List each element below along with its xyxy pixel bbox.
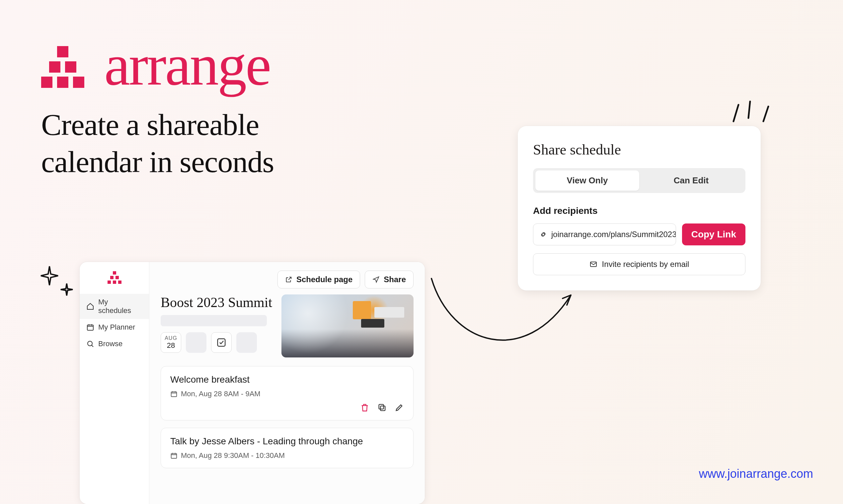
sidebar-item-browse[interactable]: Browse xyxy=(80,336,149,352)
check-chip[interactable] xyxy=(211,332,232,353)
pencil-icon xyxy=(395,403,404,412)
date-chip-day: 28 xyxy=(167,341,175,350)
sidebar-logo-icon[interactable] xyxy=(107,271,121,285)
home-icon xyxy=(86,302,94,310)
link-icon xyxy=(539,231,547,238)
placeholder xyxy=(161,315,267,326)
view-only-tab[interactable]: View Only xyxy=(535,170,639,191)
sidebar-item-label: My Planner xyxy=(98,323,135,331)
share-url: joinarrange.com/plans/Summit2023 xyxy=(551,230,676,239)
schedule-title: Boost 2023 Summit xyxy=(161,294,274,310)
schedule-thumbnail xyxy=(281,294,414,357)
calendar-icon xyxy=(86,323,94,331)
sparkle-icon xyxy=(36,262,80,305)
svg-rect-5 xyxy=(379,404,384,409)
svg-rect-2 xyxy=(218,339,225,346)
sidebar-item-my-planner[interactable]: My Planner xyxy=(80,319,149,336)
event-title: Welcome breakfast xyxy=(170,374,404,385)
sidebar-item-my-schedules[interactable]: My schedules xyxy=(80,294,149,319)
svg-rect-3 xyxy=(171,392,177,397)
date-chip-month: AUG xyxy=(165,335,177,341)
logo-icon xyxy=(41,43,84,87)
svg-rect-0 xyxy=(87,325,93,330)
brand-lockup: arrange xyxy=(41,36,270,94)
placeholder-chip xyxy=(236,332,257,353)
svg-point-1 xyxy=(88,341,92,346)
delete-button[interactable] xyxy=(360,403,369,412)
invite-label: Invite recipients by email xyxy=(602,259,689,269)
event-card[interactable]: Welcome breakfast Mon, Aug 28 8AM - 9AM xyxy=(161,366,414,420)
event-card[interactable]: Talk by Jesse Albers - Leading through c… xyxy=(161,428,414,468)
sidebar-item-label: My schedules xyxy=(98,298,142,315)
invite-by-email-button[interactable]: Invite recipients by email xyxy=(533,253,745,275)
copy-icon xyxy=(377,403,386,412)
date-chip[interactable]: AUG 28 xyxy=(161,332,181,353)
svg-rect-6 xyxy=(171,454,177,458)
sidebar-item-label: Browse xyxy=(98,340,122,348)
edit-button[interactable] xyxy=(395,403,404,412)
share-title: Share schedule xyxy=(533,141,745,158)
copy-link-button[interactable]: Copy Link xyxy=(682,223,745,245)
search-icon xyxy=(86,340,94,348)
event-time: Mon, Aug 28 8AM - 9AM xyxy=(181,390,260,398)
permission-toggle: View Only Can Edit xyxy=(533,168,745,193)
main-pane: Schedule page Share Boost 2023 Summit AU… xyxy=(149,262,425,504)
trash-icon xyxy=(360,403,369,412)
button-label: Schedule page xyxy=(296,275,352,284)
arrow-doodle-icon xyxy=(428,275,581,375)
brand-wordmark: arrange xyxy=(104,36,270,94)
event-time: Mon, Aug 28 9:30AM - 10:30AM xyxy=(181,451,285,460)
svg-rect-4 xyxy=(380,406,385,411)
share-button[interactable]: Share xyxy=(365,271,414,288)
mail-icon xyxy=(589,260,597,268)
footer-url-link[interactable]: www.joinarrange.com xyxy=(699,467,813,481)
placeholder-chip xyxy=(186,332,206,353)
external-link-icon xyxy=(285,276,292,283)
toolbar: Schedule page Share xyxy=(161,271,414,288)
duplicate-button[interactable] xyxy=(377,403,386,412)
sparkle-lines-icon xyxy=(727,98,773,131)
app-shell: My schedules My Planner Browse Schedule … xyxy=(80,262,425,504)
schedule-header: Boost 2023 Summit AUG 28 xyxy=(161,294,414,357)
send-icon xyxy=(372,276,380,283)
event-title: Talk by Jesse Albers - Leading through c… xyxy=(170,436,404,447)
hero-tagline: Create a shareable calendar in seconds xyxy=(41,106,274,180)
share-card: Share schedule View Only Can Edit Add re… xyxy=(518,126,761,290)
sidebar: My schedules My Planner Browse xyxy=(80,262,149,504)
checkbox-icon xyxy=(217,338,226,347)
calendar-icon xyxy=(170,390,177,398)
button-label: Share xyxy=(384,275,406,284)
can-edit-tab[interactable]: Can Edit xyxy=(639,170,743,191)
share-link-box[interactable]: joinarrange.com/plans/Summit2023 xyxy=(533,223,676,245)
calendar-icon xyxy=(170,452,177,459)
add-recipients-label: Add recipients xyxy=(533,205,745,216)
schedule-page-button[interactable]: Schedule page xyxy=(277,271,360,288)
